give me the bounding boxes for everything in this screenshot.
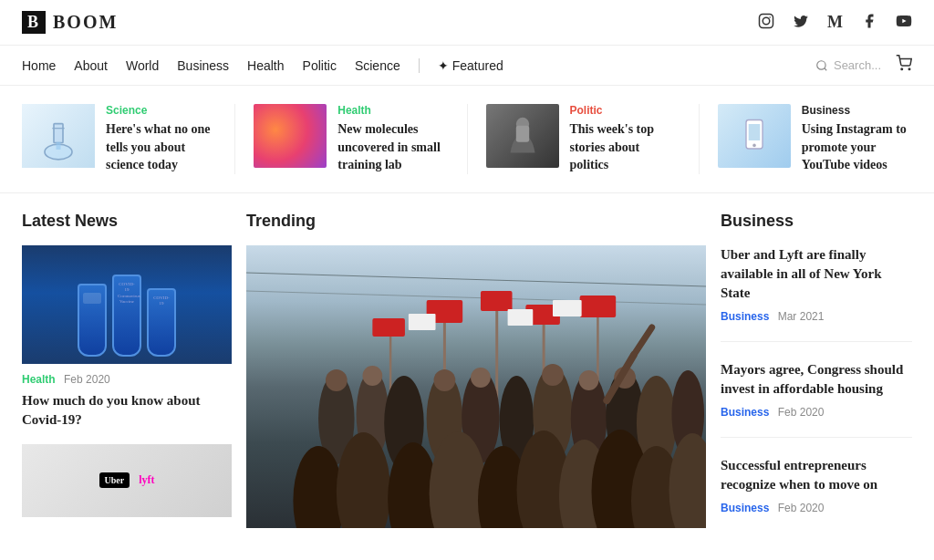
nav-home[interactable]: Home — [22, 58, 56, 73]
article-title-1[interactable]: How much do you know about Covid-19? — [22, 391, 232, 430]
svg-point-1 — [763, 17, 770, 25]
svg-point-16 — [752, 143, 756, 147]
nav-politic[interactable]: Politic — [303, 58, 337, 73]
svg-line-18 — [246, 291, 706, 305]
latest-news-section: Latest News COVID-19CoronavirusVaccine C… — [22, 193, 232, 551]
nav-business[interactable]: Business — [177, 58, 229, 73]
news-meta-1: Health Feb 2020 — [22, 373, 232, 386]
nav-bar: Home About World Business Health Politic… — [0, 46, 934, 86]
biz-tag-2: Business — [721, 406, 769, 419]
story-info-health: Health New molecules uncovered in small … — [337, 104, 448, 174]
svg-point-4 — [817, 60, 825, 68]
svg-rect-20 — [481, 291, 513, 311]
story-info-politic: Politic This week's top stories about po… — [570, 104, 680, 174]
story-thumb-politic — [486, 104, 559, 168]
story-title: Here's what no one tells you about scien… — [106, 120, 216, 174]
search-placeholder: Search... — [834, 58, 881, 72]
nav-featured[interactable]: ✦ Featured — [438, 58, 503, 73]
logo[interactable]: B BOOM — [22, 11, 118, 34]
svg-line-17 — [246, 273, 706, 286]
featured-label: Featured — [452, 58, 503, 73]
vial-3: COVID-19 — [147, 288, 176, 357]
biz-article-2: Mayors agree, Congress should invest in … — [721, 360, 912, 438]
search-bar[interactable]: Search... — [815, 58, 881, 72]
biz-title-1[interactable]: Uber and Lyft are finally available in a… — [721, 245, 912, 303]
biz-date-1: Mar 2021 — [778, 310, 825, 323]
svg-rect-10 — [57, 142, 61, 150]
story-info-business: Business Using Instagram to promote your… — [802, 104, 912, 174]
svg-rect-0 — [760, 14, 773, 27]
nav-health[interactable]: Health — [247, 58, 284, 73]
story-thumb-business — [718, 104, 791, 168]
trending-heading: Trending — [246, 212, 706, 231]
biz-date-2: Feb 2020 — [778, 406, 825, 419]
story-title: New molecules uncovered in small trainin… — [337, 120, 448, 174]
biz-meta-3: Business Feb 2020 — [721, 502, 912, 514]
vial-1 — [78, 284, 107, 357]
nav-world[interactable]: World — [126, 58, 159, 73]
facebook-icon[interactable] — [861, 13, 877, 33]
nav-about[interactable]: About — [74, 58, 108, 73]
story-card-business[interactable]: Business Using Instagram to promote your… — [718, 104, 912, 174]
nav-science[interactable]: Science — [355, 58, 400, 73]
ublyft-article-image: Uber lyft — [22, 444, 232, 517]
covid-article-image: COVID-19CoronavirusVaccine COVID-19 — [22, 245, 232, 364]
divider — [467, 104, 468, 174]
latest-news-heading: Latest News — [22, 212, 232, 231]
biz-meta-1: Business Mar 2021 — [721, 310, 912, 323]
svg-rect-26 — [553, 300, 582, 316]
svg-rect-24 — [409, 314, 436, 330]
social-icons: M — [758, 13, 912, 33]
article-tag-1: Health — [22, 373, 56, 386]
biz-title-2[interactable]: Mayors agree, Congress should invest in … — [721, 360, 912, 399]
svg-point-2 — [769, 16, 771, 18]
person-icon — [504, 116, 541, 157]
biz-date-3: Feb 2020 — [778, 502, 825, 514]
svg-line-5 — [825, 67, 827, 70]
phone-icon — [736, 116, 773, 157]
logo-text: BOOM — [53, 12, 118, 33]
svg-rect-25 — [508, 309, 534, 326]
top-stories: Science Here's what no one tells you abo… — [0, 86, 934, 193]
svg-rect-23 — [580, 296, 617, 317]
medium-icon[interactable]: M — [827, 13, 843, 32]
svg-point-52 — [669, 433, 706, 528]
youtube-icon[interactable] — [896, 13, 912, 33]
story-info-science: Science Here's what no one tells you abo… — [106, 104, 216, 174]
vial-2: COVID-19CoronavirusVaccine — [112, 275, 141, 357]
story-card-science[interactable]: Science Here's what no one tells you abo… — [22, 104, 216, 174]
instagram-icon[interactable] — [758, 13, 774, 33]
divider — [699, 104, 700, 174]
crowd-svg — [246, 245, 706, 528]
svg-point-56 — [471, 368, 491, 388]
biz-tag-1: Business — [721, 310, 769, 323]
business-sidebar: Business Uber and Lyft are finally avail… — [721, 193, 912, 551]
article-date-1: Feb 2020 — [64, 373, 110, 386]
story-category-label: Health — [337, 104, 448, 117]
svg-point-57 — [542, 364, 564, 386]
uber-label: Uber — [99, 472, 130, 488]
story-card-health[interactable]: Health New molecules uncovered in small … — [254, 104, 448, 174]
svg-line-61 — [634, 327, 652, 355]
story-title: Using Instagram to promote your YouTube … — [802, 120, 912, 174]
svg-point-53 — [326, 369, 348, 391]
story-title: This week's top stories about politics — [570, 120, 680, 174]
trending-section: Trending — [232, 193, 721, 551]
trending-main-image — [246, 245, 706, 528]
biz-meta-2: Business Feb 2020 — [721, 406, 912, 419]
cart-icon[interactable] — [896, 55, 912, 76]
story-card-politic[interactable]: Politic This week's top stories about po… — [486, 104, 680, 174]
svg-point-7 — [908, 68, 910, 70]
business-heading: Business — [721, 212, 912, 231]
biz-article-3: Successful entrepreneurs recognize when … — [721, 456, 912, 533]
svg-point-54 — [362, 366, 382, 386]
biz-tag-3: Business — [721, 502, 769, 514]
biz-title-3[interactable]: Successful entrepreneurs recognize when … — [721, 456, 912, 494]
svg-point-58 — [579, 370, 599, 390]
story-thumb-health — [254, 104, 327, 168]
search-icon — [815, 59, 828, 72]
twitter-icon[interactable] — [793, 13, 809, 33]
logo-box: B — [22, 11, 46, 34]
biz-article-1: Uber and Lyft are finally available in a… — [721, 245, 912, 342]
story-category-label: Science — [106, 104, 216, 117]
